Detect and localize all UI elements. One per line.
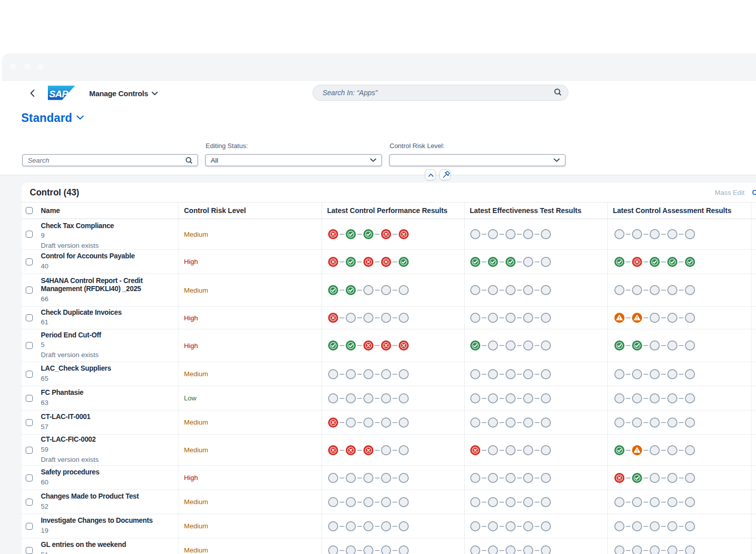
svg-text:SAP: SAP <box>49 89 69 99</box>
